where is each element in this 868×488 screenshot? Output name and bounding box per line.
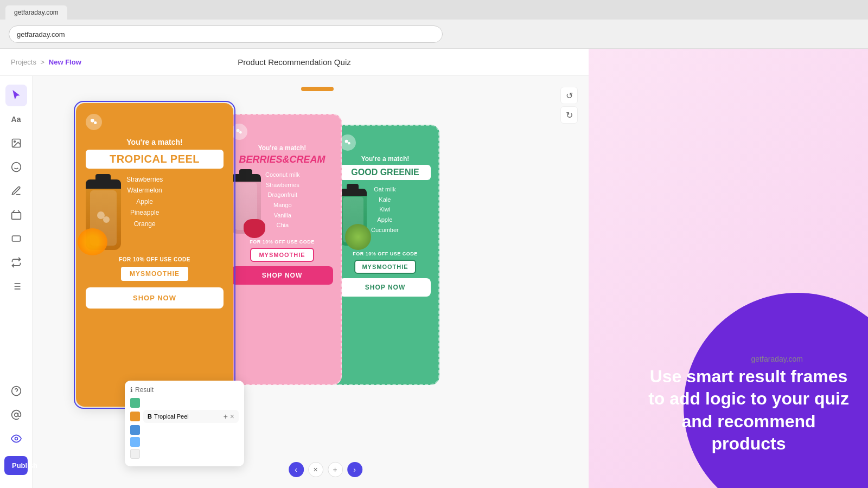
code-button-green[interactable]: MYSMOOTHIE [354,260,416,274]
color-swatch-green [130,398,140,408]
navigation-bar: ‹ × + › [289,462,362,477]
color-swatch-lightblue [130,437,140,447]
breadcrumb-separator: > [41,58,45,66]
rectangle-tool[interactable] [5,228,27,249]
result-label: Result [135,386,154,394]
color-swatch-blue [130,425,140,435]
svg-point-1 [14,141,15,143]
help-tool[interactable] [5,380,27,402]
page-title: Product Recommendation Quiz [238,57,350,67]
nav-remove-button[interactable]: × [308,462,323,477]
emoji-tool[interactable] [5,156,27,178]
app-header: Projects > New Flow Product Recommendati… [0,49,589,76]
card-logo-orange [86,114,102,130]
tag-bold-label: B [148,413,152,420]
green-card[interactable]: You're a match! GOOD GREENIE Oat milk [331,125,439,385]
svg-point-20 [103,216,110,223]
result-tag-row[interactable]: B Tropical Peel + × [143,410,239,423]
editor-area: Aa [0,76,589,488]
match-text-green: You're a match! [340,155,431,163]
tag-add-icon[interactable]: + [224,412,228,421]
publish-button[interactable]: Publish [4,456,28,475]
undo-redo-group: ↺ ↻ [560,87,578,124]
mention-tool[interactable] [5,404,27,426]
nav-prev-button[interactable]: ‹ [289,462,304,477]
breadcrumb-projects[interactable]: Projects [11,58,36,66]
address-bar: getfaraday.com [0,20,868,49]
color-swatch-orange [130,412,140,421]
app-container: Projects > New Flow Product Recommendati… [0,49,589,488]
loop-tool[interactable] [5,252,27,273]
orange-card[interactable]: You're a match! TROPICAL PEEL [76,103,233,407]
shop-button-green[interactable]: SHOP NOW [340,278,431,297]
svg-point-22 [239,131,242,134]
svg-point-24 [348,142,350,145]
card-logo-pink [231,124,247,140]
svg-point-23 [345,140,348,143]
marketing-headline: Use smart result frames to add logic to … [646,365,852,455]
browser-tab-bar: getfaraday.com [0,0,868,20]
nav-add-button[interactable]: + [328,462,343,477]
marketing-domain: getfaraday.com [751,355,803,363]
undo-button[interactable]: ↺ [560,87,578,104]
code-button-pink[interactable]: MYSMOOTHIE [250,248,314,262]
breadcrumb-current[interactable]: New Flow [49,58,81,66]
redo-button[interactable]: ↻ [560,106,578,124]
code-button-orange[interactable]: MYSMOOTHIE [120,266,189,282]
preview-tool[interactable] [5,428,27,450]
draw-tool[interactable] [5,180,27,202]
svg-point-2 [11,163,21,172]
result-color-row-4 [130,437,239,447]
media-tool[interactable] [5,204,27,226]
product-name-green: GOOD GREENIE [340,165,431,180]
card-logo-green [340,134,356,151]
browser-chrome: getfaraday.com getfaraday.com [0,0,868,49]
nav-next-button[interactable]: › [347,462,362,477]
product-name-orange: TROPICAL PEEL [86,150,224,169]
color-swatch-white [130,449,140,459]
marketing-panel: getfaraday.com Use smart result frames t… [589,49,868,488]
ingredients-pink: Coconut milk Strawberries Dragonfruit Ma… [265,170,300,230]
svg-rect-6 [12,236,20,241]
match-text-pink: You're a match! [231,144,333,152]
url-input[interactable]: getfaraday.com [9,25,443,43]
result-color-row-2: B Tropical Peel + × [130,410,239,423]
svg-point-21 [237,129,240,132]
result-info-icon: ℹ [130,386,133,394]
text-tool[interactable]: Aa [5,108,27,130]
svg-point-18 [94,121,97,124]
cursor-tool[interactable] [5,85,27,106]
svg-point-17 [91,119,94,123]
result-panel: ℹ Result B Tropical Peel + [125,381,244,466]
breadcrumb: Projects > New Flow [11,58,81,66]
svg-rect-5 [11,213,21,220]
svg-point-15 [14,413,18,417]
result-color-row-3 [130,425,239,435]
shop-button-orange[interactable]: SHOP NOW [86,287,224,309]
tag-text: Tropical Peel [154,413,221,420]
tag-remove-icon[interactable]: × [230,412,234,421]
pink-card[interactable]: You're a match! BERRIES&CREAM Coconut mi… [222,114,342,385]
orange-card-wrapper: You're a match! TROPICAL PEEL [76,103,233,407]
result-color-row-1 [130,398,239,408]
ingredients-green: Oat milk Kale Kiwi Apple Cucumber [371,184,399,235]
svg-point-16 [15,438,17,440]
ingredients-orange: Strawberries Watermelon Apple Pineapple … [126,174,163,229]
list-tool[interactable] [5,275,27,297]
discount-area-orange: FOR 10% OFF USE CODE MYSMOOTHIE [86,256,224,282]
canvas-area: ↺ ↻ You're a match! TROPICAL PEEL [33,76,589,488]
left-toolbar: Aa [0,76,33,488]
shop-button-pink[interactable]: SHOP NOW [231,266,333,285]
browser-tab[interactable]: getfaraday.com [5,5,67,20]
cards-container: You're a match! TROPICAL PEEL [76,103,439,407]
result-color-row-5 [130,449,239,459]
top-indicator [301,87,334,91]
product-name-pink: BERRIES&CREAM [231,154,333,165]
image-tool[interactable] [5,132,27,154]
match-text-orange: You're a match! [86,138,224,146]
result-panel-header: ℹ Result [130,386,239,394]
